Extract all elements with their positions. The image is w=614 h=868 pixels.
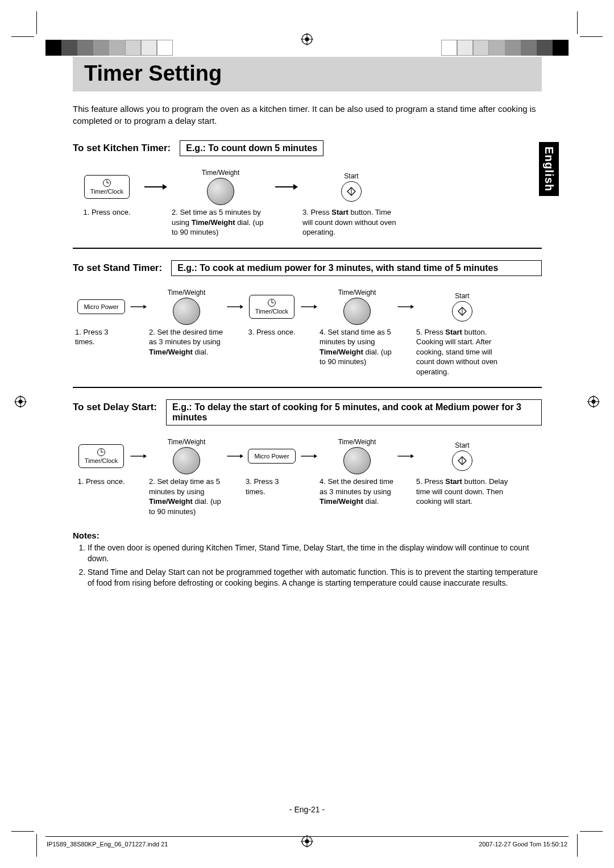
timer-clock-button: Timer/Clock: [78, 444, 124, 468]
delay-header: To set Delay Start: E.g.: To delay the s…: [73, 399, 542, 425]
arrow-icon: [130, 436, 147, 477]
arrow-icon: [141, 166, 169, 207]
note-item: If the oven door is opened during Kitche…: [88, 542, 542, 565]
divider: [73, 248, 542, 249]
color-bar: [441, 40, 569, 56]
step-caption: 1. Press 3 times.: [73, 327, 130, 347]
arrow-icon: [300, 286, 317, 327]
registration-mark-icon: [301, 835, 313, 848]
dial-label: Time/Weight: [338, 289, 376, 297]
step-caption: 3. Press 3 times.: [243, 477, 300, 496]
delay-label: To set Delay Start:: [73, 399, 157, 425]
step-caption: 4. Set stand time as 5 minutes by using …: [317, 327, 397, 367]
note-item: Stand Time and Delay Start can not be pr…: [88, 567, 542, 589]
clock-icon: [268, 299, 276, 307]
step-caption: 2. Set time as 5 minutes by using Time/W…: [169, 207, 272, 237]
svg-marker-17: [163, 184, 167, 190]
arrow-icon: [397, 436, 414, 477]
time-weight-dial: [173, 447, 200, 474]
dial-label: Time/Weight: [168, 289, 206, 297]
arrow-icon: [226, 436, 243, 477]
dial-label: Time/Weight: [338, 438, 376, 446]
step-caption: 2. Set the desired time as 3 minutes by …: [147, 327, 226, 357]
start-button-icon: [341, 181, 362, 202]
delay-steps: Timer/Clock 1. Press once. Time/Weight 2…: [73, 436, 542, 516]
dial-label: Time/Weight: [202, 169, 240, 177]
page-title: Timer Setting: [84, 61, 530, 86]
stand-header: To set Stand Timer: E.g.: To cook at med…: [73, 260, 542, 276]
page-number: - Eng-21 -: [0, 805, 614, 814]
kitchen-header: To set Kitchen Timer: E.g.: To count dow…: [73, 140, 542, 156]
time-weight-dial: [173, 298, 200, 325]
micro-power-label: Micro Power: [254, 453, 289, 460]
micro-power-button: Micro Power: [248, 449, 295, 464]
registration-mark-icon: [301, 33, 313, 45]
stand-example: E.g.: To cook at medium power for 3 minu…: [171, 260, 542, 276]
micro-power-button: Micro Power: [77, 299, 125, 314]
notes-block: Notes: If the oven door is opened during…: [73, 531, 542, 589]
start-label: Start: [344, 172, 358, 180]
intro-text: This feature allows you to program the o…: [73, 103, 542, 127]
time-weight-dial: [343, 447, 371, 474]
start-label: Start: [455, 441, 469, 449]
step-caption: 3. Press once.: [246, 327, 297, 337]
title-bar: Timer Setting: [73, 57, 542, 91]
start-button-icon: [452, 301, 472, 322]
step-caption: 2. Set delay time as 5 minutes by using …: [147, 477, 226, 516]
stand-label: To set Stand Timer:: [73, 260, 162, 276]
clock-icon: [97, 448, 105, 456]
start-label: Start: [455, 292, 469, 300]
start-button-icon: [452, 450, 472, 471]
clock-icon: [103, 179, 111, 187]
stand-steps: Micro Power 1. Press 3 times. Time/Weigh…: [73, 286, 542, 377]
step-caption: 1. Press once.: [75, 477, 127, 487]
kitchen-label: To set Kitchen Timer:: [73, 140, 171, 156]
footer-timestamp: 2007-12-27 Good Tom 15:50:12: [479, 841, 567, 848]
arrow-icon: [397, 286, 414, 327]
step-caption: 4. Set the desired time as 3 minutes by …: [317, 477, 397, 507]
time-weight-dial: [207, 178, 234, 205]
registration-mark-icon: [587, 395, 600, 408]
arrow-icon: [300, 436, 317, 477]
divider: [73, 387, 542, 388]
notes-title: Notes:: [73, 531, 542, 540]
time-weight-dial: [343, 298, 371, 325]
arrow-icon: [272, 166, 300, 207]
delay-example: E.g.: To delay the start of cooking for …: [166, 399, 542, 425]
timer-clock-label: Timer/Clock: [255, 308, 288, 315]
footer-file: IP1589_38S80KP_Eng_06_071227.indd 21: [47, 841, 168, 848]
dial-label: Time/Weight: [168, 438, 206, 446]
kitchen-steps: Timer/Clock 1. Press once. Time/Weight 2…: [73, 166, 542, 237]
arrow-icon: [226, 286, 243, 327]
svg-marker-19: [293, 184, 298, 190]
timer-clock-label: Timer/Clock: [90, 188, 123, 195]
page-content: Timer Setting This feature allows you to…: [73, 57, 542, 591]
notes-list: If the oven door is opened during Kitche…: [73, 542, 542, 589]
kitchen-example: E.g.: To count down 5 minutes: [180, 140, 323, 156]
step-caption: 3. Press Start button. Time will count d…: [300, 207, 403, 237]
language-tab: English: [539, 142, 559, 196]
step-caption: 1. Press once.: [81, 207, 132, 218]
registration-mark-icon: [14, 395, 27, 408]
micro-power-label: Micro Power: [84, 303, 118, 310]
step-caption: 5. Press Start button. Cooking will star…: [414, 327, 511, 377]
color-bar: [45, 40, 173, 56]
timer-clock-label: Timer/Clock: [85, 457, 118, 464]
timer-clock-button: Timer/Clock: [84, 175, 130, 199]
arrow-icon: [130, 286, 147, 327]
step-caption: 5. Press Start button. Delay time will c…: [414, 477, 511, 507]
footer-line: [45, 836, 569, 837]
timer-clock-button: Timer/Clock: [249, 295, 294, 319]
